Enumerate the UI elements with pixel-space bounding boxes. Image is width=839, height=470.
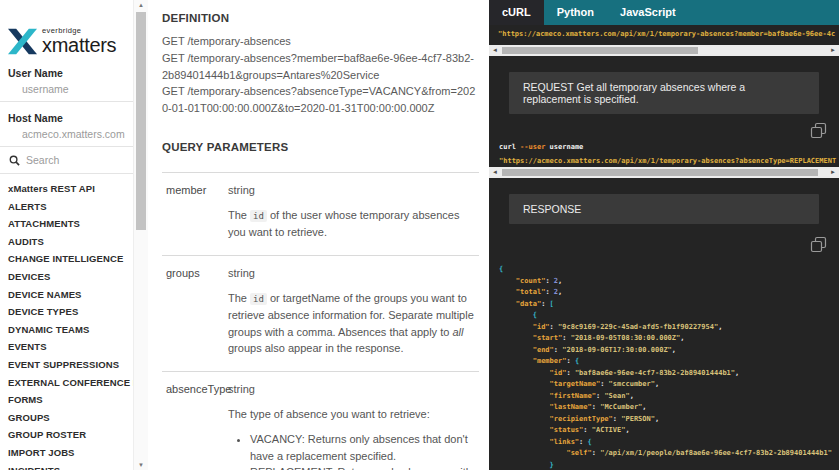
code-tabbar: cURLPythonJavaScript: [489, 0, 839, 25]
scroll-right-icon[interactable]: ►: [827, 167, 839, 178]
code-token: "self": [566, 449, 591, 457]
tab-curl[interactable]: cURL: [489, 0, 544, 25]
code-token: "Sean": [604, 392, 629, 400]
code-token: "member": [533, 357, 567, 365]
sidebar-item[interactable]: EXTERNAL CONFERENCE BRI...: [8, 374, 133, 392]
search-input[interactable]: [26, 154, 121, 166]
code-token: :: [566, 369, 574, 377]
sidebar-item[interactable]: DYNAMIC TEAMS: [8, 321, 133, 339]
search-row: [0, 147, 133, 173]
desc-segment: groups also appear in the response.: [228, 342, 404, 354]
indent: [499, 438, 550, 446]
param-row: absenceTypestringThe type of absence you…: [162, 371, 479, 470]
copy-button[interactable]: [810, 122, 827, 143]
indent: [499, 300, 516, 308]
sidebar-item[interactable]: GROUP ROSTER: [8, 426, 133, 444]
h-scroll-thumb[interactable]: [502, 169, 818, 176]
copy-icon: [810, 122, 827, 139]
code-panel: cURLPythonJavaScript "https://acmeco.xma…: [489, 0, 839, 470]
response-json: { "count": 2, "total": 2, "data": [ { "i…: [489, 264, 839, 470]
sidebar-item[interactable]: INCIDENTS: [8, 462, 133, 470]
code-token: }: [550, 461, 554, 469]
indent: [499, 369, 550, 377]
sidebar-scrollbar[interactable]: ▲ ▼: [133, 0, 148, 470]
param-type: string: [228, 383, 479, 395]
code-token: "smccumber": [609, 380, 655, 388]
username-input[interactable]: [22, 83, 133, 101]
sidebar-item[interactable]: AUDITS: [8, 233, 133, 251]
copy-button[interactable]: [810, 236, 827, 257]
scroll-down-icon[interactable]: ▼: [134, 462, 148, 468]
logo: everbridge xmatters: [0, 0, 133, 57]
json-line: "data": [: [499, 299, 839, 311]
indent: [499, 449, 566, 457]
param-description: The id of the user whose temporary absen…: [228, 207, 479, 241]
sidebar-scroll-thumb[interactable]: [136, 12, 146, 230]
username-field-group: User Name: [0, 57, 133, 101]
code-token: :: [600, 380, 608, 388]
param-name: member: [166, 184, 228, 241]
definition-list: GET /temporary-absencesGET /temporary-ab…: [162, 33, 476, 117]
tab-python[interactable]: Python: [544, 0, 607, 25]
code-token: :: [566, 357, 574, 365]
json-line: }: [499, 460, 839, 470]
indent: [499, 357, 533, 365]
sidebar-nav: xMatters REST APIALERTSATTACHMENTSAUDITS…: [0, 174, 133, 470]
query-params-title: QUERY PARAMETERS: [162, 141, 479, 153]
sidebar-item[interactable]: DEVICE TYPES: [8, 303, 133, 321]
code-token: ,: [558, 288, 562, 296]
brand-xmatters: xmatters: [42, 34, 116, 57]
sidebar-item[interactable]: EVENT SUPPRESSIONS: [8, 356, 133, 374]
code-token: {: [575, 357, 579, 365]
json-line: "id": "9c8c9169-229c-45ad-afd5-fb1f90227…: [499, 322, 839, 334]
definition-title: DEFINITION: [162, 12, 479, 24]
json-line: "id": "baf8ae6e-96ee-4cf7-83b2-2b8940144…: [499, 368, 839, 380]
sidebar-item[interactable]: ATTACHMENTS: [8, 215, 133, 233]
sidebar-item[interactable]: DEVICES: [8, 268, 133, 286]
indent: [499, 461, 550, 469]
sidebar-item[interactable]: ALERTS: [8, 198, 133, 216]
h-scroll-thumb[interactable]: [502, 47, 698, 54]
code-token: "id": [533, 323, 550, 331]
sidebar-item[interactable]: EVENTS: [8, 338, 133, 356]
indent: [499, 426, 550, 434]
hostname-input[interactable]: [22, 128, 133, 146]
sidebar-item[interactable]: FORMS: [8, 391, 133, 409]
scroll-left-icon[interactable]: ◄: [489, 45, 501, 56]
indent: [499, 311, 533, 319]
tab-javascript[interactable]: JavaScript: [607, 0, 689, 25]
h-scrollbar-top[interactable]: ◄ ►: [489, 45, 839, 56]
code-token: "9c8c9169-229c-45ad-afd5-fb1f90227954": [558, 323, 718, 331]
code-token: ,: [672, 346, 676, 354]
sidebar-item[interactable]: IMPORT JOBS: [8, 444, 133, 462]
code-token: ,: [718, 323, 722, 331]
code-token: ,: [642, 403, 646, 411]
code-token: username: [545, 143, 583, 151]
code-token: "total": [516, 288, 546, 296]
code-token: "id": [550, 369, 567, 377]
scroll-right-icon[interactable]: ►: [827, 45, 839, 56]
code-token: "baf8ae6e-96ee-4cf7-83b2-2b89401444b1": [575, 369, 735, 377]
param-name: absenceType: [166, 383, 228, 470]
json-line: "start": "2018-09-05T08:30:00.000Z",: [499, 333, 839, 345]
scroll-left-icon[interactable]: ◄: [489, 167, 501, 178]
sidebar-item[interactable]: CHANGE INTELLIGENCE: [8, 250, 133, 268]
desc-segment: The type of absence you want to retrieve…: [228, 408, 430, 420]
param-details: stringThe type of absence you want to re…: [228, 383, 479, 470]
code-token: "end": [533, 346, 554, 354]
code-token: "2018-09-05T08:30:00.000Z": [571, 334, 681, 342]
param-details: stringThe id or targetName of the groups…: [228, 267, 479, 357]
bullet-item: REPLACEMENT: Returns only absences with …: [250, 464, 479, 470]
sidebar-item[interactable]: GROUPS: [8, 409, 133, 427]
h-scrollbar-bottom[interactable]: ◄ ►: [489, 167, 839, 178]
code-token: "targetName": [550, 380, 601, 388]
code-token: "https://acmeco.xmatters.com/api/xm/1/te…: [498, 30, 835, 38]
json-line: "self": "/api/xm/1/people/baf8ae6e-96ee-…: [499, 448, 839, 460]
sidebar-item[interactable]: DEVICE NAMES: [8, 286, 133, 304]
param-row: groupsstringThe id or targetName of the …: [162, 255, 479, 371]
code-token: ,: [735, 369, 739, 377]
scroll-up-icon[interactable]: ▲: [134, 2, 148, 8]
sidebar-item[interactable]: xMatters REST API: [8, 180, 133, 198]
definition-line: GET /temporary-absences?member=baf8ae6e-…: [162, 50, 476, 84]
code-token: {: [588, 438, 592, 446]
